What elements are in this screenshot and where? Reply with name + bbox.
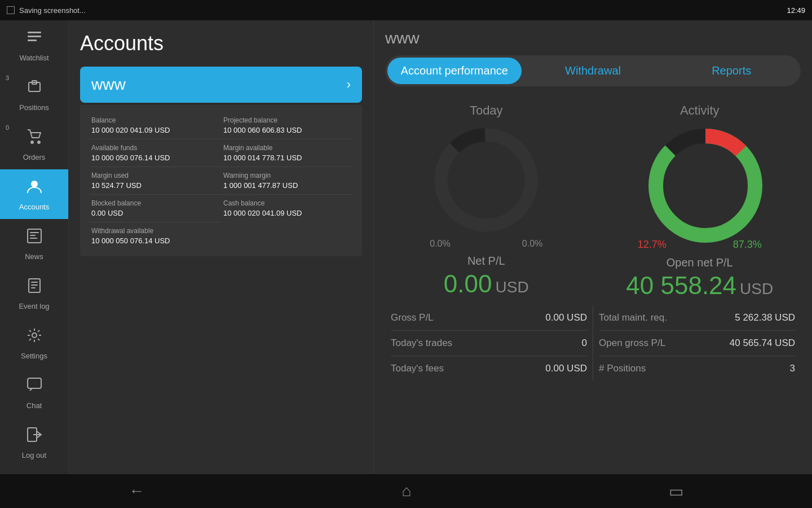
detail-margin-used: Margin used 10 524.77 USD [89, 167, 221, 195]
net-pl-title: Net P/L [444, 255, 529, 268]
sidebar-item-chat[interactable]: Chat [0, 368, 68, 418]
recent-button[interactable]: ▭ [646, 476, 706, 506]
stat-label: Today's fees [391, 363, 444, 374]
today-right-label: 0.0% [522, 239, 542, 249]
status-bar-left: Saving screenshot... [7, 6, 86, 15]
event-log-icon [25, 277, 43, 299]
svg-rect-0 [28, 32, 41, 33]
stat-row-todays-trades: Today's trades 0 [391, 331, 587, 356]
detail-margin-available: Margin available 10 000 014 778.71 USD [221, 139, 353, 167]
detail-cash-balance: Cash balance 10 000 020 041.09 USD [221, 195, 353, 222]
account-details: Balance 10 000 020 041.09 USD Projected … [80, 105, 362, 256]
main-container: Watchlist 3 Positions 0 O [0, 20, 812, 474]
open-net-pl-currency: USD [740, 280, 773, 298]
stat-row-gross-pl: Gross P/L 0.00 USD [391, 305, 587, 331]
watchlist-icon [25, 28, 43, 50]
stat-row-positions: # Positions 3 [599, 356, 795, 381]
detail-label: Balance [91, 116, 219, 124]
activity-donut [643, 124, 756, 237]
net-pl-value: 0.00 USD [444, 270, 529, 298]
logout-icon [25, 426, 43, 448]
open-net-pl-section: Open net P/L 40 558.24 USD [626, 256, 773, 300]
detail-available-funds: Available funds 10 000 050 076.14 USD [89, 139, 221, 167]
sidebar-item-label: Accounts [19, 203, 49, 211]
sidebar-item-watchlist[interactable]: Watchlist [0, 20, 68, 70]
detail-value: 10 000 020 041.09 USD [91, 126, 219, 134]
accounts-panel: Accounts www › Balance 10 000 020 041.09… [69, 20, 373, 474]
today-chart-title: Today [470, 103, 503, 118]
detail-value: 10 000 050 076.14 USD [91, 237, 351, 245]
detail-label: Blocked balance [91, 199, 219, 207]
detail-blocked-balance: Blocked balance 0.00 USD [89, 195, 221, 222]
sidebar-item-news[interactable]: News [0, 219, 68, 269]
detail-value: 10 000 060 606.83 USD [223, 126, 351, 134]
stat-label: Today's trades [391, 338, 452, 349]
charts-row: Today 0.0% 0.0% [385, 92, 801, 305]
svg-rect-13 [31, 282, 38, 283]
stat-label: # Positions [599, 363, 646, 374]
detail-value: 10 000 050 076.14 USD [91, 154, 219, 162]
stats-columns: Gross P/L 0.00 USD Today's trades 0 Toda… [385, 305, 801, 381]
stat-row-total-maint: Total maint. req. 5 262.38 USD [599, 305, 795, 331]
stats-col-right: Total maint. req. 5 262.38 USD Open gros… [593, 305, 801, 381]
stat-row-open-gross-pl: Open gross P/L 40 565.74 USD [599, 331, 795, 356]
tabs-container: Account performance Withdrawal Reports [385, 55, 801, 86]
activity-chart-section: Activity 12.7% 87.3% [599, 103, 801, 300]
net-pl-currency: USD [496, 278, 529, 296]
back-button[interactable]: ← [106, 476, 167, 506]
svg-rect-1 [28, 36, 41, 37]
account-card-arrow: › [347, 77, 351, 92]
home-button[interactable]: ⌂ [379, 476, 434, 506]
sidebar-item-logout[interactable]: Log out [0, 418, 68, 467]
sidebar-item-label: Event log [19, 302, 49, 310]
sidebar-item-positions[interactable]: 3 Positions [0, 70, 68, 120]
detail-value: 10 000 014 778.71 USD [223, 154, 351, 162]
bottom-nav: ← ⌂ ▭ [0, 474, 812, 508]
chat-icon [25, 376, 43, 398]
detail-value: 0.00 USD [91, 209, 219, 217]
account-details-grid: Balance 10 000 020 041.09 USD Projected … [89, 112, 353, 249]
svg-point-7 [31, 181, 38, 187]
account-card[interactable]: www › [80, 67, 362, 103]
detail-value: 10 000 020 041.09 USD [223, 209, 351, 217]
svg-point-16 [32, 333, 37, 338]
detail-balance: Balance 10 000 020 041.09 USD [89, 112, 221, 139]
net-pl-number: 0.00 [444, 270, 492, 298]
account-card-name: www [91, 76, 126, 94]
sidebar: Watchlist 3 Positions 0 O [0, 20, 69, 474]
accounts-icon [25, 177, 43, 199]
right-panel-title: www [385, 29, 801, 47]
detail-label: Margin used [91, 172, 219, 179]
tab-withdrawal[interactable]: Withdrawal [526, 58, 660, 84]
sidebar-item-label: Chat [27, 401, 42, 410]
net-pl-section: Net P/L 0.00 USD [444, 255, 529, 298]
tab-reports[interactable]: Reports [664, 58, 798, 84]
stat-value: 0.00 USD [545, 363, 587, 374]
stat-label: Total maint. req. [599, 312, 667, 323]
sidebar-item-orders[interactable]: 0 Orders [0, 120, 68, 169]
sidebar-item-label: Settings [21, 352, 47, 360]
svg-point-6 [37, 141, 41, 144]
today-donut [430, 124, 542, 237]
orders-badge: 0 [6, 124, 9, 131]
detail-label: Margin available [223, 144, 351, 152]
tab-account-performance[interactable]: Account performance [387, 58, 522, 84]
today-left-label: 0.0% [430, 239, 450, 249]
detail-value: 10 524.77 USD [91, 181, 219, 190]
stats-col-left: Gross P/L 0.00 USD Today's trades 0 Toda… [385, 305, 593, 381]
stat-value: 40 565.74 USD [730, 338, 795, 349]
sidebar-item-accounts[interactable]: Accounts [0, 169, 68, 219]
sidebar-item-settings[interactable]: Settings [0, 318, 68, 368]
stat-value: 3 [790, 363, 795, 374]
svg-rect-14 [31, 284, 38, 286]
open-net-pl-number: 40 558.24 [626, 271, 736, 300]
sidebar-item-event-log[interactable]: Event log [0, 269, 68, 318]
open-net-pl-value: 40 558.24 USD [626, 271, 773, 300]
stat-value: 0 [582, 338, 587, 349]
svg-rect-17 [28, 378, 41, 388]
content-area: Today 0.0% 0.0% [374, 92, 812, 474]
activity-chart-title: Activity [680, 103, 720, 118]
screenshot-text: Saving screenshot... [19, 6, 86, 15]
stat-value: 0.00 USD [545, 312, 587, 323]
today-chart-section: Today 0.0% 0.0% [385, 103, 588, 300]
